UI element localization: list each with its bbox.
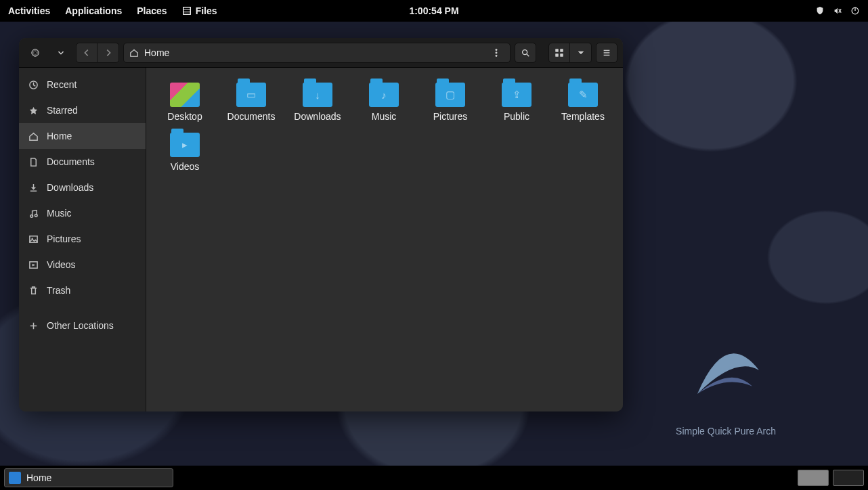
sidebar-item-documents[interactable]: Documents — [19, 149, 146, 175]
files-app-icon — [182, 6, 192, 16]
files-task-icon — [9, 472, 21, 484]
power-icon[interactable] — [850, 6, 860, 16]
folder-icon: ⇪ — [502, 83, 531, 107]
view-dropdown-button[interactable] — [570, 43, 592, 63]
svg-point-21 — [30, 215, 33, 217]
svg-rect-16 — [561, 53, 563, 56]
document-icon — [28, 157, 39, 167]
wallpaper-logo: Simple Quick Pure Arch — [665, 311, 787, 437]
trash-icon — [28, 286, 39, 296]
caret-down-icon — [576, 48, 586, 58]
sidebar-item-other-locations[interactable]: Other Locations — [19, 313, 146, 338]
file-label: Public — [504, 111, 529, 122]
current-app-label: Files — [196, 5, 217, 16]
file-label: Documents — [227, 111, 276, 122]
sidebar-item-label: Other Locations — [47, 320, 114, 331]
clock-icon — [28, 80, 39, 90]
music-icon — [28, 208, 39, 219]
svg-rect-23 — [30, 236, 37, 242]
file-item-desktop[interactable]: Desktop — [153, 77, 217, 125]
taskbar-entry-home[interactable]: Home — [4, 468, 173, 487]
sidebar-item-downloads[interactable]: Downloads — [19, 175, 146, 200]
file-manager-headerbar: Home — [19, 38, 623, 68]
svg-rect-13 — [556, 49, 559, 51]
sidebar-item-label: Recent — [47, 79, 77, 90]
home-icon — [28, 131, 39, 141]
sidebar-item-trash[interactable]: Trash — [19, 277, 146, 303]
workspace-2[interactable] — [833, 470, 864, 486]
file-label: Pictures — [433, 111, 468, 122]
sidebar-item-label: Videos — [47, 259, 76, 270]
video-icon — [28, 260, 39, 270]
file-item-templates[interactable]: ✎ Templates — [551, 77, 615, 125]
file-label: Music — [372, 111, 397, 122]
file-label: Desktop — [167, 111, 202, 122]
path-label: Home — [144, 47, 169, 58]
file-item-downloads[interactable]: ↓ Downloads — [286, 77, 349, 125]
sidebar-item-home[interactable]: Home — [19, 123, 146, 149]
home-icon — [129, 48, 139, 58]
file-item-music[interactable]: ♪ Music — [352, 77, 416, 125]
sidebar-item-label: Pictures — [47, 233, 81, 244]
sidebar: Recent Starred Home Documents Downloads … — [19, 68, 146, 411]
file-item-videos[interactable]: ▸ Videos — [153, 127, 217, 175]
back-button[interactable] — [76, 43, 97, 63]
svg-rect-0 — [183, 7, 190, 15]
sidebar-item-label: Music — [47, 208, 72, 219]
file-item-documents[interactable]: ▭ Documents — [219, 77, 283, 125]
icon-view-button[interactable] — [548, 43, 570, 63]
top-bar: Activities Applications Places Files 1:0… — [0, 0, 868, 22]
file-label: Templates — [561, 111, 605, 122]
applications-button[interactable]: Applications — [65, 5, 122, 16]
download-icon — [28, 183, 39, 193]
folder-icon: ▭ — [236, 83, 266, 107]
file-label: Downloads — [294, 111, 341, 122]
folder-icon: ▢ — [435, 83, 465, 107]
window-menu-button[interactable] — [50, 43, 72, 63]
kebab-icon — [492, 48, 501, 58]
places-button[interactable]: Places — [137, 5, 167, 16]
activities-button[interactable]: Activities — [8, 5, 50, 16]
volume-muted-icon[interactable] — [833, 6, 842, 16]
path-menu-button[interactable] — [488, 45, 504, 61]
star-icon — [28, 106, 39, 116]
close-button[interactable] — [24, 43, 46, 63]
forward-button[interactable] — [97, 43, 119, 63]
sidebar-item-pictures[interactable]: Pictures — [19, 226, 146, 252]
plus-icon — [28, 321, 39, 331]
svg-point-9 — [496, 51, 497, 53]
svg-line-12 — [527, 53, 529, 56]
sidebar-item-label: Downloads — [47, 182, 93, 193]
picture-icon — [28, 234, 39, 244]
folder-icon: ▸ — [170, 133, 200, 157]
path-bar[interactable]: Home — [123, 43, 511, 63]
file-item-public[interactable]: ⇪ Public — [485, 77, 548, 125]
svg-point-22 — [35, 214, 37, 217]
file-manager-window: Home Recent Starred Home — [19, 38, 623, 411]
current-app-menu[interactable]: Files — [182, 5, 217, 16]
workspace-switcher — [798, 470, 864, 486]
sidebar-item-videos[interactable]: Videos — [19, 252, 146, 277]
search-icon — [521, 48, 530, 58]
folder-icon: ↓ — [303, 83, 332, 107]
hamburger-menu-button[interactable] — [596, 43, 617, 63]
bottom-taskbar: Home — [0, 466, 868, 490]
sidebar-item-music[interactable]: Music — [19, 200, 146, 226]
workspace-1[interactable] — [798, 470, 829, 486]
file-grid: Desktop ▭ Documents ↓ Downloads ♪ Music … — [146, 68, 623, 411]
svg-rect-14 — [561, 49, 563, 51]
sidebar-item-label: Trash — [47, 285, 70, 296]
search-button[interactable] — [515, 43, 536, 63]
task-label: Home — [26, 472, 51, 483]
sidebar-item-recent[interactable]: Recent — [19, 72, 146, 97]
sidebar-item-label: Home — [47, 131, 72, 141]
sidebar-item-starred[interactable]: Starred — [19, 97, 146, 123]
nav-buttons — [76, 43, 119, 63]
chevron-right-icon — [104, 48, 113, 58]
file-item-pictures[interactable]: ▢ Pictures — [418, 77, 482, 125]
shield-icon[interactable] — [815, 6, 825, 16]
folder-icon: ♪ — [369, 83, 399, 107]
close-icon — [30, 48, 40, 58]
chevron-left-icon — [82, 48, 91, 58]
clock[interactable]: 1:00:54 PM — [409, 5, 458, 16]
